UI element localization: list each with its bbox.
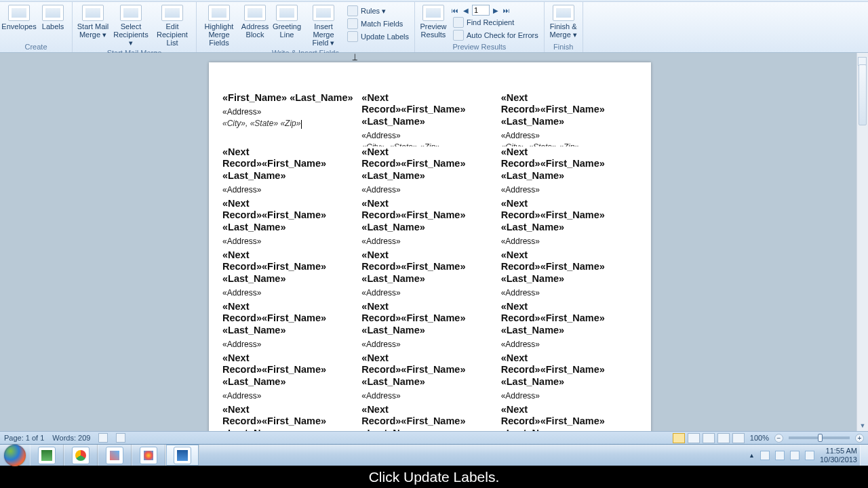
merge-name-line: «Next Record»«First_Name» «Last_Name»	[222, 352, 355, 388]
label-cell[interactable]: «Next Record»«First_Name» «Last_Name»«Ad…	[361, 146, 498, 198]
prev-record-button[interactable]: ◀	[461, 5, 471, 16]
full-screen-view-button[interactable]	[688, 433, 700, 443]
label-cell[interactable]: «Next Record»«First_Name» «Last_Name»«Ad…	[222, 301, 359, 352]
preview-icon	[422, 5, 444, 21]
scroll-thumb[interactable]	[859, 64, 867, 125]
zoom-out-button[interactable]: −	[774, 434, 783, 443]
page-indicator[interactable]: Page: 1 of 1	[4, 434, 44, 442]
zoom-slider[interactable]	[789, 436, 850, 439]
label-cell[interactable]: «Next Record»«First_Name» «Last_Name»«Ad…	[361, 92, 498, 146]
merge-name-line: «Next Record»«First_Name» «Last_Name»	[222, 249, 355, 285]
scroll-down-button[interactable]: ▼	[857, 420, 868, 431]
envelopes-button[interactable]: Envelopes	[3, 3, 35, 32]
label-cell[interactable]: «Next Record»«First_Name» «Last_Name»«Ad…	[501, 249, 637, 301]
merge-address-line: «Address»	[222, 107, 355, 117]
ribbon: Envelopes Labels Create Start Mail Merge…	[0, 2, 868, 53]
taskbar-snipping-tool[interactable]	[98, 445, 132, 466]
power-icon[interactable]	[775, 451, 785, 460]
highlight-icon	[208, 5, 230, 21]
merge-name-line: «Next Record»«First_Name» «Last_Name»	[501, 92, 633, 127]
label-cell[interactable]: «Next Record»«First_Name» «Last_Name»«Ad…	[501, 146, 637, 198]
start-mail-merge-button[interactable]: Start Mail Merge ▾	[75, 3, 111, 40]
taskbar-paint[interactable]	[132, 445, 165, 466]
rules-button[interactable]: Rules ▾	[344, 5, 412, 17]
merge-address-line: «Address»	[361, 237, 494, 246]
label-cell[interactable]: «Next Record»«First_Name» «Last_Name»«Ad…	[361, 352, 498, 404]
label-cell[interactable]: «Next Record»«First_Name» «Last_Name»«Ad…	[222, 146, 359, 198]
merge-name-line: «Next Record»«First_Name» «Last_Name»	[222, 301, 355, 336]
label-cell[interactable]: «Next Record»«First_Name» «Last_Name»«Ad…	[361, 198, 498, 249]
update-labels-label: Update Labels	[361, 33, 409, 41]
first-record-button[interactable]: ⏮	[450, 5, 460, 16]
document-workspace: ⟘ «First_Name» «Last_Name»«Address»«City…	[0, 53, 868, 431]
match-fields-label: Match Fields	[361, 20, 403, 28]
clock[interactable]: 11:55 AM 10/30/2013	[820, 447, 859, 463]
start-merge-label: Start Mail Merge ▾	[76, 22, 110, 39]
draft-view-button[interactable]	[732, 433, 745, 443]
update-labels-button[interactable]: Update Labels	[344, 30, 412, 43]
insert-merge-field-button[interactable]: Insert Merge Field ▾	[304, 3, 343, 48]
edit-recipient-list-button[interactable]: Edit Recipient List	[151, 3, 193, 48]
taskbar-chrome[interactable]	[64, 445, 98, 466]
web-layout-view-button[interactable]	[703, 433, 715, 443]
network-icon[interactable]	[790, 451, 800, 460]
spellcheck-icon[interactable]	[98, 433, 108, 443]
windows-orb-icon	[4, 445, 26, 466]
taskbar-word[interactable]	[165, 445, 199, 466]
group-finish: Finish & Merge ▾ Finish	[545, 2, 583, 52]
merge-address-line: «Address»	[222, 391, 355, 401]
label-cell[interactable]: «Next Record»«First_Name» «Last_Name»«Ad…	[361, 404, 498, 431]
label-cell[interactable]: «Next Record»«First_Name» «Last_Name»«Ad…	[361, 301, 498, 352]
greeting-icon	[276, 5, 298, 21]
start-button[interactable]	[0, 445, 30, 466]
print-layout-view-button[interactable]	[673, 433, 685, 443]
text-cursor	[301, 120, 302, 129]
update-labels-icon	[347, 31, 358, 42]
label-cell[interactable]: «Next Record»«First_Name» «Last_Name»«Ad…	[501, 92, 637, 146]
highlight-merge-fields-button[interactable]: Highlight Merge Fields	[199, 3, 239, 48]
last-record-button[interactable]: ⏭	[502, 5, 511, 16]
label-cell[interactable]: «Next Record»«First_Name» «Last_Name»«Ad…	[501, 301, 637, 352]
find-recipient-button[interactable]: Find Recipient	[450, 16, 541, 28]
zoom-in-button[interactable]: +	[855, 434, 864, 443]
next-record-button[interactable]: ▶	[491, 5, 500, 16]
select-recipients-button[interactable]: Select Recipients ▾	[112, 3, 150, 48]
zoom-level[interactable]: 100%	[750, 434, 769, 442]
edit-recipients-label: Edit Recipient List	[152, 22, 193, 47]
excel-icon	[38, 447, 56, 464]
word-count[interactable]: Words: 209	[52, 434, 90, 442]
outline-view-button[interactable]	[717, 433, 730, 443]
preview-results-button[interactable]: Preview Results	[418, 3, 449, 40]
finish-merge-button[interactable]: Finish & Merge ▾	[547, 3, 580, 40]
action-center-icon[interactable]	[760, 451, 770, 460]
label-cell[interactable]: «Next Record»«First_Name» «Last_Name»«Ad…	[222, 249, 359, 301]
macro-icon[interactable]	[116, 433, 125, 443]
taskbar-excel[interactable]	[30, 445, 64, 466]
zoom-thumb[interactable]	[818, 434, 823, 442]
label-cell[interactable]: «Next Record»«First_Name» «Last_Name»«Ad…	[222, 352, 359, 404]
preview-label: Preview Results	[418, 22, 448, 39]
label-cell[interactable]: «Next Record»«First_Name» «Last_Name»«Ad…	[361, 249, 498, 301]
label-cell-first[interactable]: «First_Name» «Last_Name»«Address»«City»,…	[222, 92, 359, 146]
merge-address-line: «Address»	[222, 340, 355, 349]
tray-expand-icon[interactable]: ▲	[749, 452, 755, 459]
label-cell[interactable]: «Next Record»«First_Name» «Last_Name»«Ad…	[501, 198, 637, 249]
paint-icon	[140, 447, 157, 464]
address-block-icon	[244, 5, 266, 21]
vertical-scrollbar[interactable]: ▲ ▼	[856, 53, 868, 431]
group-create: Envelopes Labels Create	[0, 2, 73, 52]
match-fields-button[interactable]: Match Fields	[344, 18, 412, 30]
address-block-button[interactable]: Address Block	[240, 3, 270, 40]
show-desktop-button[interactable]	[860, 445, 868, 466]
record-number-input[interactable]	[472, 5, 490, 16]
ruler-indent-marker[interactable]: ⟘	[352, 53, 358, 62]
labels-button[interactable]: Labels	[37, 3, 69, 32]
volume-icon[interactable]	[805, 451, 814, 460]
clock-time: 11:55 AM	[820, 447, 857, 455]
label-cell[interactable]: «Next Record»«First_Name» «Last_Name»«Ad…	[222, 198, 359, 249]
label-cell[interactable]: «Next Record»«First_Name» «Last_Name»«Ad…	[222, 404, 359, 431]
greeting-line-button[interactable]: Greeting Line	[271, 3, 302, 40]
auto-check-errors-button[interactable]: Auto Check for Errors	[450, 29, 541, 41]
label-cell[interactable]: «Next Record»«First_Name» «Last_Name»«Ad…	[501, 352, 637, 404]
label-cell[interactable]: «Next Record»«First_Name» «Last_Name»«Ad…	[501, 404, 637, 431]
